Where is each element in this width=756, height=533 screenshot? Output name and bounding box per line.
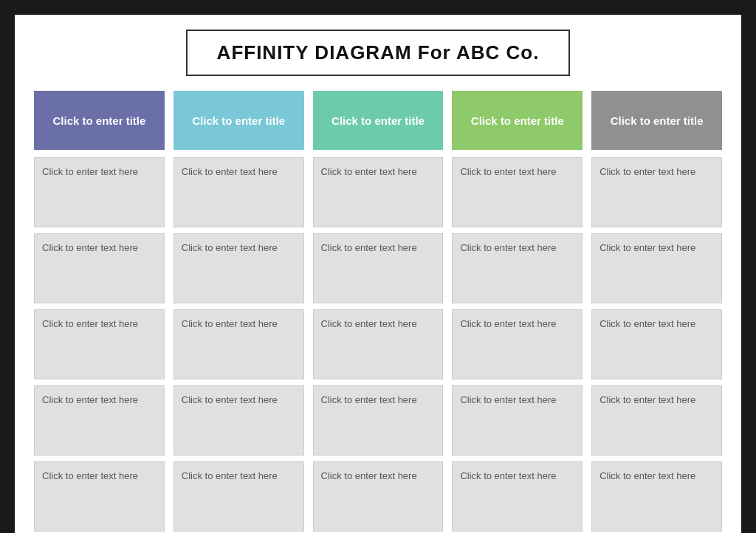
cell-text-r1-c4: Click to enter text here [460,165,556,179]
cell-text-r5-c3: Click to enter text here [321,470,417,483]
cell-wrapper-r3-c2: Click to enter text here [169,306,309,382]
cell-wrapper-r1-c2: Click to enter text here [169,154,309,230]
data-cell-r2-c4[interactable]: Click to enter text here [452,233,583,303]
cell-text-r5-c1: Click to enter text here [42,470,138,483]
cell-wrapper-r1-c1: Click to enter text here [30,154,169,230]
page-wrapper: AFFINITY DIAGRAM For ABC Co. Click to en… [15,15,741,533]
cell-wrapper-r4-c4: Click to enter text here [447,382,587,458]
table-row: Click to enter text hereClick to enter t… [30,382,726,458]
data-cell-r3-c4[interactable]: Click to enter text here [452,309,583,379]
cell-wrapper-r4-c5: Click to enter text here [587,382,726,458]
cell-wrapper-r4-c1: Click to enter text here [30,382,169,458]
header-cell-3[interactable]: Click to enter title [313,91,444,150]
cell-wrapper-r4-c3: Click to enter text here [309,382,448,458]
header-label-1: Click to enter title [52,114,145,127]
data-cell-r2-c2[interactable]: Click to enter text here [173,233,304,303]
cell-text-r2-c3: Click to enter text here [321,241,417,255]
data-cell-r3-c2[interactable]: Click to enter text here [173,309,304,379]
header-label-4: Click to enter title [471,114,564,127]
data-cell-r1-c5[interactable]: Click to enter text here [591,157,722,227]
cell-text-r3-c2: Click to enter text here [182,317,278,331]
column-header-5: Click to enter title [587,91,726,154]
cell-wrapper-r2-c1: Click to enter text here [30,230,169,306]
data-cell-r5-c1[interactable]: Click to enter text here [34,461,165,532]
cell-wrapper-r5-c3: Click to enter text here [309,458,448,533]
data-cell-r4-c3[interactable]: Click to enter text here [313,385,444,455]
page-title: AFFINITY DIAGRAM For ABC Co. [217,41,540,64]
data-cell-r3-c5[interactable]: Click to enter text here [591,309,722,379]
cell-wrapper-r5-c1: Click to enter text here [30,458,169,533]
cell-text-r2-c5: Click to enter text here [599,241,695,255]
cell-wrapper-r1-c5: Click to enter text here [587,154,726,230]
cell-text-r5-c4: Click to enter text here [460,470,556,483]
cell-wrapper-r2-c2: Click to enter text here [169,230,309,306]
cell-text-r2-c4: Click to enter text here [460,241,556,255]
cell-text-r3-c4: Click to enter text here [460,317,556,331]
data-cell-r1-c4[interactable]: Click to enter text here [452,157,583,227]
data-cell-r3-c1[interactable]: Click to enter text here [34,309,165,379]
cell-wrapper-r5-c4: Click to enter text here [447,458,587,533]
cell-wrapper-r5-c2: Click to enter text here [169,458,309,533]
column-header-1: Click to enter title [30,91,169,154]
cell-text-r4-c1: Click to enter text here [42,393,138,407]
column-header-4: Click to enter title [447,91,587,154]
header-cell-5[interactable]: Click to enter title [591,91,722,150]
cell-text-r4-c3: Click to enter text here [321,393,417,407]
cell-text-r4-c4: Click to enter text here [460,393,556,407]
cell-text-r4-c2: Click to enter text here [182,393,278,407]
table-row: Click to enter text hereClick to enter t… [30,230,726,306]
header-cell-2[interactable]: Click to enter title [173,91,304,150]
cell-text-r4-c5: Click to enter text here [599,393,695,407]
cell-wrapper-r2-c3: Click to enter text here [309,230,448,306]
data-cell-r2-c3[interactable]: Click to enter text here [313,233,444,303]
data-cell-r4-c1[interactable]: Click to enter text here [34,385,165,455]
header-cell-1[interactable]: Click to enter title [34,91,165,150]
cell-wrapper-r2-c4: Click to enter text here [447,230,587,306]
cell-wrapper-r1-c3: Click to enter text here [309,154,448,230]
data-cell-r1-c2[interactable]: Click to enter text here [173,157,304,227]
cell-text-r2-c2: Click to enter text here [182,241,278,255]
cell-wrapper-r2-c5: Click to enter text here [587,230,726,306]
cell-wrapper-r3-c5: Click to enter text here [587,306,726,382]
cell-text-r2-c1: Click to enter text here [42,241,138,255]
header-cell-4[interactable]: Click to enter title [452,91,583,150]
data-cell-r5-c2[interactable]: Click to enter text here [173,461,304,532]
cell-text-r1-c3: Click to enter text here [321,165,417,179]
cell-wrapper-r4-c2: Click to enter text here [169,382,309,458]
affinity-diagram-table: Click to enter titleClick to enter title… [30,91,726,533]
data-cell-r4-c2[interactable]: Click to enter text here [173,385,304,455]
data-cell-r5-c4[interactable]: Click to enter text here [452,461,583,532]
cell-text-r5-c2: Click to enter text here [182,470,278,483]
cell-text-r1-c1: Click to enter text here [42,165,138,179]
cell-text-r3-c5: Click to enter text here [599,317,695,331]
cell-wrapper-r5-c5: Click to enter text here [587,458,726,533]
cell-wrapper-r3-c1: Click to enter text here [30,306,169,382]
cell-text-r3-c3: Click to enter text here [321,317,417,331]
column-header-3: Click to enter title [309,91,448,154]
data-cell-r5-c3[interactable]: Click to enter text here [313,461,444,532]
cell-wrapper-r3-c3: Click to enter text here [309,306,448,382]
data-cell-r1-c3[interactable]: Click to enter text here [313,157,444,227]
cell-text-r1-c5: Click to enter text here [599,165,695,179]
cell-text-r5-c5: Click to enter text here [599,470,695,483]
data-cell-r1-c1[interactable]: Click to enter text here [34,157,165,227]
table-row: Click to enter text hereClick to enter t… [30,154,726,230]
column-header-2: Click to enter title [169,91,309,154]
header-label-2: Click to enter title [192,114,285,127]
table-row: Click to enter text hereClick to enter t… [30,306,726,382]
data-cell-r3-c3[interactable]: Click to enter text here [313,309,444,379]
data-cell-r2-c5[interactable]: Click to enter text here [591,233,722,303]
cell-wrapper-r1-c4: Click to enter text here [447,154,587,230]
data-cell-r4-c5[interactable]: Click to enter text here [591,385,722,455]
header-label-5: Click to enter title [611,114,704,127]
data-cell-r4-c4[interactable]: Click to enter text here [452,385,583,455]
cell-wrapper-r3-c4: Click to enter text here [447,306,587,382]
data-cell-r5-c5[interactable]: Click to enter text here [591,461,722,532]
table-row: Click to enter text hereClick to enter t… [30,458,726,533]
title-box: AFFINITY DIAGRAM For ABC Co. [186,30,571,76]
cell-text-r1-c2: Click to enter text here [182,165,278,179]
title-container: AFFINITY DIAGRAM For ABC Co. [30,30,726,76]
cell-text-r3-c1: Click to enter text here [42,317,138,331]
header-label-3: Click to enter title [331,114,425,127]
data-cell-r2-c1[interactable]: Click to enter text here [34,233,165,303]
